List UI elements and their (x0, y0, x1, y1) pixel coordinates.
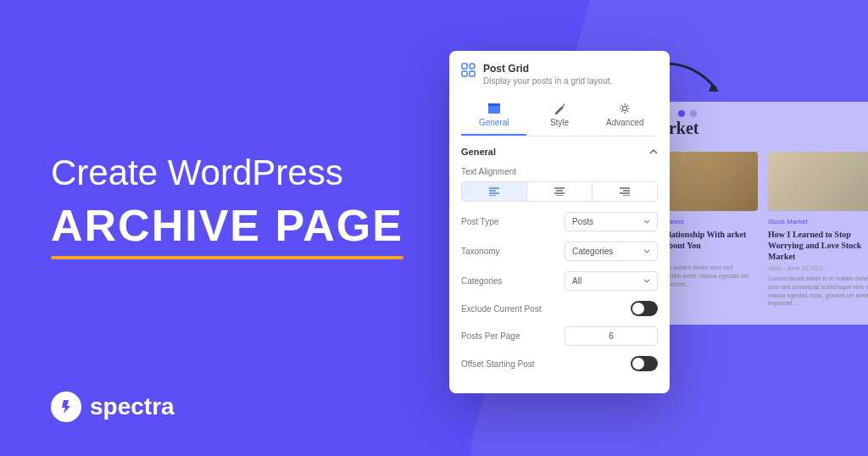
svg-rect-5 (488, 103, 500, 106)
align-center-icon (554, 187, 565, 196)
offset-toggle[interactable] (631, 356, 658, 371)
categories-label: Categories (461, 276, 565, 286)
svg-rect-3 (470, 71, 475, 76)
headline-line-1: Create WordPress (51, 153, 403, 193)
post-category: Stock Market (768, 218, 868, 225)
align-left-icon (489, 187, 499, 196)
field-taxonomy: Taxonomy Categories (461, 242, 658, 261)
categories-select[interactable]: All (565, 271, 658, 291)
preview-post-grid: Stock Market our Relationship With arket… (644, 152, 868, 308)
svg-rect-2 (462, 71, 467, 76)
posts-per-page-label: Posts Per Page (461, 331, 565, 341)
post-type-label: Post Type (461, 217, 565, 226)
field-post-type: Post Type Posts (461, 212, 658, 231)
text-alignment-label: Text Alignment (461, 167, 658, 176)
posts-per-page-input[interactable]: 6 (565, 326, 658, 346)
style-tab-icon (554, 103, 565, 114)
spectra-logo-icon (51, 392, 81, 422)
chevron-down-icon (643, 279, 650, 283)
spectra-logo: spectra (51, 392, 175, 422)
field-categories: Categories All (461, 271, 658, 291)
dot-icon (690, 110, 697, 117)
headline-line-2: ARCHIVE PAGE (51, 200, 403, 251)
post-type-select[interactable]: Posts (565, 212, 658, 231)
alignment-button-group (461, 181, 658, 202)
align-left-button[interactable] (462, 182, 527, 201)
taxonomy-label: Taxonomy (461, 247, 565, 256)
field-text-alignment: Text Alignment (461, 167, 658, 202)
offset-label: Offset Starting Post (461, 359, 631, 369)
svg-point-1 (470, 64, 475, 69)
post-title: How I Learned to Stop Worrying and Love … (768, 229, 868, 262)
settings-tabs: General Style Advanced (461, 96, 658, 136)
section-general-header[interactable]: General (461, 147, 658, 157)
headline-underline (51, 256, 403, 259)
general-tab-icon (487, 103, 501, 114)
svg-rect-0 (462, 64, 467, 69)
dot-icon (678, 110, 685, 117)
post-image (768, 152, 868, 211)
post-card: Stock Market How I Learned to Stop Worry… (768, 152, 868, 308)
block-settings-panel: Post Grid Display your posts in a grid l… (449, 51, 670, 393)
exclude-current-label: Exclude Current Post (461, 304, 631, 314)
align-center-button[interactable] (527, 182, 593, 201)
tab-advanced[interactable]: Advanced (593, 96, 658, 136)
preview-page-title: Market (644, 119, 868, 138)
chevron-up-icon (649, 149, 658, 154)
exclude-current-toggle[interactable] (631, 301, 658, 316)
preview-dots (678, 110, 697, 117)
spectra-logo-text: spectra (90, 393, 175, 420)
panel-header: Post Grid Display your posts in a grid l… (461, 63, 658, 86)
align-right-icon (620, 187, 630, 196)
taxonomy-select[interactable]: Categories (565, 242, 658, 261)
tab-general[interactable]: General (461, 96, 526, 136)
svg-point-6 (623, 107, 627, 111)
main-headline: Create WordPress ARCHIVE PAGE (51, 153, 403, 251)
field-offset: Offset Starting Post (461, 356, 658, 371)
post-meta: diksh · June 28,2023 (768, 265, 868, 271)
field-posts-per-page: Posts Per Page 6 (461, 326, 658, 346)
tab-style[interactable]: Style (526, 96, 592, 136)
advanced-tab-icon (619, 103, 631, 114)
align-right-button[interactable] (593, 182, 657, 201)
arrow-icon (661, 59, 729, 102)
chevron-down-icon (643, 220, 650, 224)
block-description: Display your posts in a grid layout. (483, 76, 612, 86)
block-name: Post Grid (483, 63, 612, 75)
post-grid-icon (461, 63, 476, 78)
field-exclude-current: Exclude Current Post (461, 301, 658, 316)
post-excerpt: Cursus iaculis etiam in In nullam donec … (768, 275, 868, 308)
chevron-down-icon (643, 249, 650, 253)
